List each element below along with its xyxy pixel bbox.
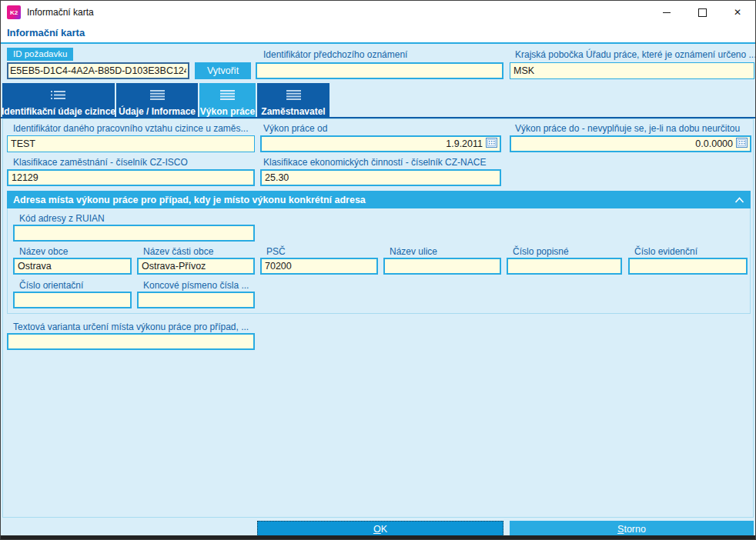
work-to-field[interactable]: 0.0.0000 [510, 135, 751, 152]
city-part-label: Název části obce [143, 246, 213, 257]
close-button[interactable]: ✕ [720, 1, 755, 24]
request-id-tag: ID požadavku [7, 48, 73, 61]
storno-button-label-rest: torno [624, 524, 646, 535]
list-detail-icon [51, 89, 66, 103]
tab-vykon-prace[interactable]: Výkon práce [199, 83, 256, 119]
ok-button-label: O [373, 524, 381, 535]
street-label: Název ulice [390, 246, 437, 257]
orientation-number-label: Číslo orientační [19, 280, 83, 291]
registration-number-field[interactable] [628, 258, 748, 275]
isco-field[interactable] [7, 169, 255, 186]
tab-zamestnavatel[interactable]: Zaměstnavatel [257, 83, 329, 119]
number-suffix-field[interactable] [137, 292, 255, 308]
work-to-value: 0.0.0000 [514, 138, 736, 149]
menu-lines-icon [220, 89, 235, 103]
relation-id-field[interactable] [7, 135, 255, 152]
page-header: Informační karta [1, 24, 755, 42]
tab-label: Údaje / Informace [114, 106, 200, 117]
orientation-number-field[interactable] [13, 292, 132, 308]
house-number-field[interactable] [507, 258, 622, 275]
window-controls: ✕ [649, 1, 755, 24]
request-id-field[interactable] [7, 62, 189, 79]
zip-label: PSČ [266, 246, 286, 257]
house-number-label: Číslo popisné [513, 246, 569, 257]
app-window: K2 Informační karta ✕ Informační karta I… [0, 0, 756, 540]
work-from-field[interactable]: 1.9.2011 [260, 135, 501, 152]
tab-label: Výkon práce [196, 106, 259, 117]
registration-number-label: Číslo evidenční [634, 246, 697, 257]
nace-field[interactable] [260, 169, 501, 186]
window-bottom-edge [1, 535, 755, 539]
close-icon: ✕ [734, 8, 741, 17]
calendar-icon[interactable] [736, 137, 748, 151]
tab-udaje-informace[interactable]: Údaje / Informace [116, 83, 198, 119]
text-variant-field[interactable] [7, 333, 255, 350]
k2-app-icon: K2 [7, 5, 21, 19]
number-suffix-label: Koncové písmeno čísla ... [143, 280, 249, 291]
prev-notice-field[interactable] [256, 62, 503, 79]
work-from-value: 1.9.2011 [265, 138, 486, 149]
window-title: Informační karta [27, 7, 94, 18]
tab-bar: Identifikační údaje cizince Údaje / Info… [2, 83, 329, 119]
tab-underline [1, 117, 755, 118]
ruian-field[interactable] [13, 225, 255, 242]
city-field[interactable] [13, 258, 132, 275]
prev-notice-label: Identifikátor předchozího oznámení [263, 49, 407, 60]
title-bar: K2 Informační karta ✕ [1, 1, 755, 24]
tab-label: Zaměstnavatel [256, 106, 329, 117]
maximize-button[interactable] [684, 1, 720, 24]
create-button[interactable]: Vytvořit [195, 62, 251, 79]
menu-lines-icon [150, 89, 165, 103]
minimize-icon [663, 12, 671, 13]
ok-button-label-rest: K [381, 524, 387, 535]
city-label: Název obce [19, 246, 68, 257]
address-section-title: Adresa místa výkonu práce pro případ, kd… [7, 195, 734, 205]
menu-lines-icon [286, 89, 301, 103]
nace-label: Klasifikace ekonomických činností - číse… [263, 157, 486, 168]
minimize-button[interactable] [649, 1, 684, 24]
tab-identifikacni-udaje-cizince[interactable]: Identifikační údaje cizince [2, 83, 115, 119]
maximize-icon [698, 8, 707, 17]
header-divider [1, 42, 755, 44]
relation-id-label: Identifikátor daného pracovního vztahu c… [13, 123, 249, 134]
ruian-label: Kód adresy z RUIAN [19, 213, 105, 224]
page-title: Informační karta [7, 27, 85, 38]
branch-field[interactable] [510, 62, 754, 79]
tab-label: Identifikační údaje cizince [0, 106, 120, 117]
chevron-up-icon[interactable] [734, 197, 751, 203]
city-part-field[interactable] [137, 258, 255, 275]
zip-field[interactable] [260, 258, 378, 275]
work-from-label: Výkon práce od [263, 123, 327, 134]
branch-label: Krajská pobočka Úřadu práce, které je oz… [515, 49, 756, 60]
work-to-label: Výkon práce do - nevyplňuje se, je-li na… [515, 123, 740, 134]
text-variant-label: Textová varianta určení místa výkonu prá… [13, 322, 249, 332]
calendar-icon[interactable] [486, 137, 497, 151]
create-button-label: Vytvořit [207, 65, 239, 76]
storno-button-label: S [617, 524, 624, 535]
street-field[interactable] [383, 258, 501, 275]
address-section-header[interactable]: Adresa místa výkonu práce pro případ, kd… [7, 191, 751, 208]
isco-label: Klasifikace zaměstnání - číselník CZ-ISC… [13, 157, 188, 168]
